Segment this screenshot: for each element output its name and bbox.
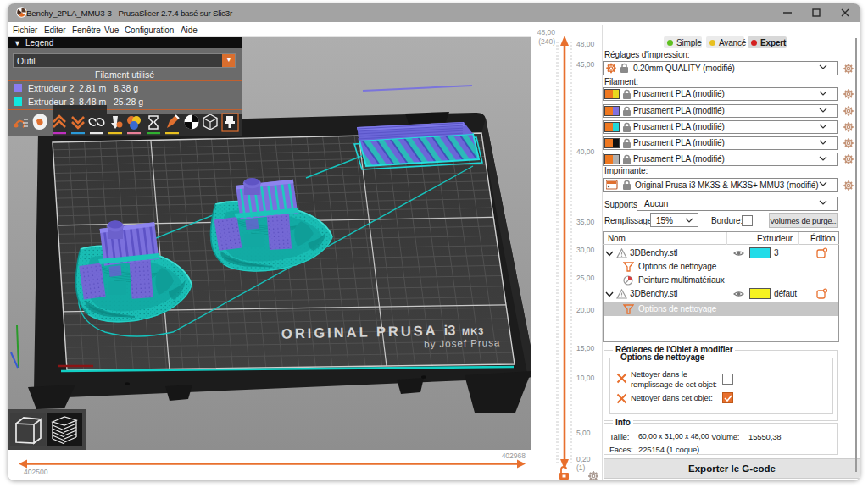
- svg-text:48,00: 48,00: [537, 28, 556, 36]
- svg-text:402968: 402968: [502, 452, 526, 460]
- svg-text:48,00: 48,00: [576, 40, 595, 48]
- svg-text:(1): (1): [576, 463, 586, 472]
- svg-text:0,20: 0,20: [576, 455, 591, 463]
- svg-text:40,00: 40,00: [576, 147, 595, 156]
- svg-text:(240): (240): [538, 37, 555, 46]
- svg-text:30,00: 30,00: [576, 246, 595, 254]
- svg-text:402500: 402500: [24, 468, 48, 476]
- svg-text:10,00: 10,00: [576, 374, 595, 382]
- svg-text:by Josef Prusa: by Josef Prusa: [424, 337, 500, 349]
- svg-text:5,00: 5,00: [576, 429, 591, 437]
- svg-text:35,00: 35,00: [576, 218, 595, 226]
- svg-text:15,00: 15,00: [576, 344, 595, 352]
- svg-text:20,00: 20,00: [576, 306, 595, 314]
- svg-text:25,00: 25,00: [576, 274, 595, 282]
- svg-text:45,00: 45,00: [576, 60, 595, 69]
